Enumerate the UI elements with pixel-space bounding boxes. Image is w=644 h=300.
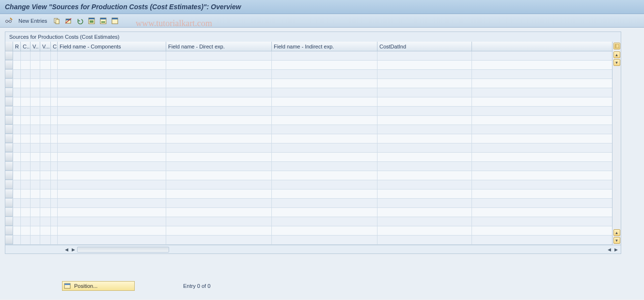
toggle-display-change-button[interactable]: [4, 16, 14, 26]
row-selector[interactable]: [5, 125, 13, 134]
cell-r[interactable]: [13, 61, 21, 69]
row-selector[interactable]: [5, 97, 13, 106]
cell-r[interactable]: [13, 189, 21, 198]
position-button[interactable]: Position...: [62, 281, 135, 291]
cell-c2[interactable]: [51, 51, 58, 60]
cell-v1[interactable]: [31, 208, 40, 217]
row-selector[interactable]: [5, 180, 13, 189]
cell-v2[interactable]: [40, 116, 51, 125]
cell-components[interactable]: [58, 226, 166, 235]
table-row[interactable]: [5, 134, 612, 143]
cell-costdat[interactable]: [377, 236, 472, 244]
cell-v1[interactable]: [31, 134, 40, 143]
select-all-button[interactable]: [87, 16, 96, 26]
cell-c2[interactable]: [51, 217, 58, 226]
cell-r[interactable]: [13, 125, 21, 134]
row-selector[interactable]: [5, 143, 13, 152]
cell-c2[interactable]: [51, 61, 58, 69]
scroll-down-page-icon[interactable]: ▼: [613, 237, 620, 244]
cell-r[interactable]: [13, 134, 21, 143]
table-row[interactable]: [5, 236, 612, 245]
column-header-v2[interactable]: V...: [40, 42, 51, 51]
cell-direct[interactable]: [166, 51, 272, 60]
cell-r[interactable]: [13, 116, 21, 125]
scroll-up-icon[interactable]: ▲: [613, 51, 620, 58]
column-header-indirect[interactable]: Field name - Indirect exp.: [272, 42, 377, 51]
cell-costdat[interactable]: [377, 189, 472, 198]
cell-v1[interactable]: [31, 226, 40, 235]
cell-v2[interactable]: [40, 208, 51, 217]
cell-components[interactable]: [58, 70, 166, 79]
cell-c2[interactable]: [51, 199, 58, 207]
cell-components[interactable]: [58, 107, 166, 115]
cell-components[interactable]: [58, 171, 166, 180]
cell-c1[interactable]: [21, 134, 31, 143]
copy-as-button[interactable]: [52, 16, 62, 26]
cell-c2[interactable]: [51, 97, 58, 106]
table-row[interactable]: [5, 143, 612, 153]
cell-direct[interactable]: [166, 153, 272, 161]
cell-components[interactable]: [58, 61, 166, 69]
cell-indirect[interactable]: [272, 61, 377, 69]
cell-indirect[interactable]: [272, 236, 377, 244]
cell-costdat[interactable]: [377, 97, 472, 106]
cell-components[interactable]: [58, 217, 166, 226]
cell-v2[interactable]: [40, 51, 51, 60]
table-row[interactable]: [5, 88, 612, 97]
row-selector[interactable]: [5, 236, 13, 244]
scroll-left-icon[interactable]: ▶: [70, 247, 76, 253]
table-row[interactable]: [5, 51, 612, 61]
cell-costdat[interactable]: [377, 116, 472, 125]
cell-c2[interactable]: [51, 162, 58, 171]
cell-costdat[interactable]: [377, 134, 472, 143]
cell-components[interactable]: [58, 134, 166, 143]
cell-costdat[interactable]: [377, 70, 472, 79]
cell-r[interactable]: [13, 199, 21, 207]
cell-indirect[interactable]: [272, 226, 377, 235]
grid-vertical-scrollbar[interactable]: ▲ ▼ ▲ ▼: [612, 42, 621, 245]
cell-v1[interactable]: [31, 162, 40, 171]
cell-c1[interactable]: [21, 236, 31, 244]
cell-c2[interactable]: [51, 189, 58, 198]
cell-c1[interactable]: [21, 162, 31, 171]
cell-direct[interactable]: [166, 143, 272, 152]
row-selector[interactable]: [5, 51, 13, 60]
column-header-r[interactable]: R: [13, 42, 21, 51]
cell-c2[interactable]: [51, 153, 58, 161]
cell-r[interactable]: [13, 217, 21, 226]
cell-v2[interactable]: [40, 153, 51, 161]
cell-costdat[interactable]: [377, 208, 472, 217]
scroll-up-page-icon[interactable]: ▲: [613, 229, 620, 236]
cell-r[interactable]: [13, 79, 21, 88]
cell-indirect[interactable]: [272, 171, 377, 180]
column-header-direct[interactable]: Field name - Direct exp.: [166, 42, 272, 51]
cell-r[interactable]: [13, 171, 21, 180]
cell-c1[interactable]: [21, 125, 31, 134]
cell-v1[interactable]: [31, 61, 40, 69]
select-block-button[interactable]: [98, 16, 108, 26]
table-row[interactable]: [5, 153, 612, 162]
cell-components[interactable]: [58, 199, 166, 207]
row-selector[interactable]: [5, 107, 13, 115]
scroll-last-icon[interactable]: ▶: [613, 247, 619, 253]
table-row[interactable]: [5, 208, 612, 217]
cell-direct[interactable]: [166, 79, 272, 88]
row-selector[interactable]: [5, 134, 13, 143]
cell-c2[interactable]: [51, 70, 58, 79]
column-header-selector[interactable]: [5, 42, 13, 51]
cell-indirect[interactable]: [272, 70, 377, 79]
cell-costdat[interactable]: [377, 153, 472, 161]
cell-c1[interactable]: [21, 226, 31, 235]
cell-direct[interactable]: [166, 208, 272, 217]
cell-v1[interactable]: [31, 217, 40, 226]
cell-v2[interactable]: [40, 162, 51, 171]
cell-costdat[interactable]: [377, 79, 472, 88]
cell-costdat[interactable]: [377, 162, 472, 171]
row-selector[interactable]: [5, 88, 13, 97]
row-selector[interactable]: [5, 116, 13, 125]
cell-indirect[interactable]: [272, 162, 377, 171]
cell-direct[interactable]: [166, 199, 272, 207]
column-header-costdat[interactable]: CostDatInd: [377, 42, 472, 51]
cell-v2[interactable]: [40, 189, 51, 198]
cell-indirect[interactable]: [272, 51, 377, 60]
